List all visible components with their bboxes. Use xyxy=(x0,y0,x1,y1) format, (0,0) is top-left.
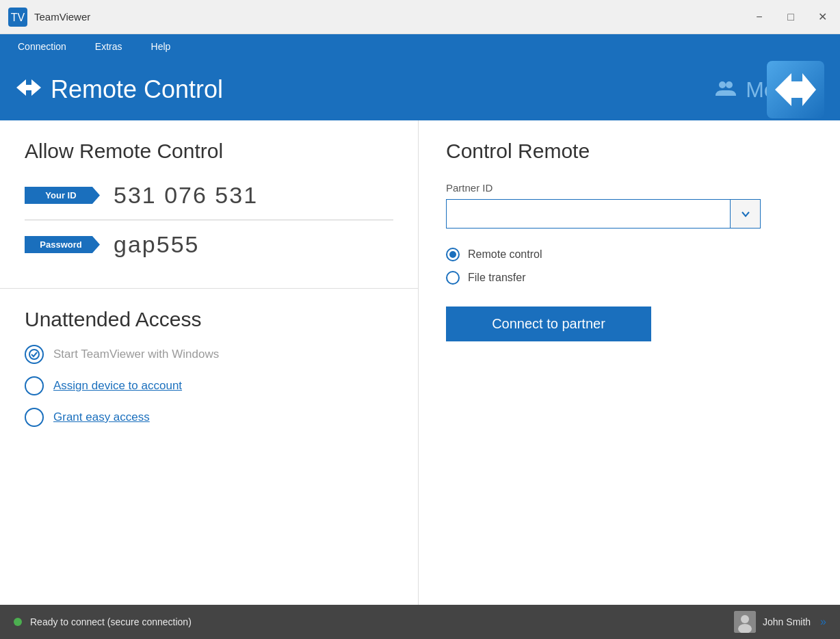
left-panel: Allow Remote Control Your ID 531 076 531… xyxy=(0,120,419,605)
close-button[interactable]: ✕ xyxy=(813,8,832,27)
svg-point-3 xyxy=(719,81,726,88)
partner-id-input-wrap xyxy=(446,199,761,229)
right-panel: Control Remote Partner ID Remote control xyxy=(419,120,840,605)
svg-point-9 xyxy=(741,615,749,623)
app-header: Remote Control Meeting xyxy=(0,59,840,120)
radio-remote-control-label: Remote control xyxy=(468,248,542,261)
statusbar: Ready to connect (secure connection) Joh… xyxy=(0,605,840,639)
radio-remote-control-outer xyxy=(446,248,460,261)
ua-item-grant-text[interactable]: Grant easy access xyxy=(53,410,150,424)
app-title: TeamViewer xyxy=(34,11,750,23)
ua-item-grant-access[interactable]: Grant easy access xyxy=(25,408,393,427)
chevrons-icon: » xyxy=(820,616,826,628)
menu-help[interactable]: Help xyxy=(147,38,175,55)
ua-circle-icon-grant xyxy=(25,408,44,427)
connect-to-partner-button[interactable]: Connect to partner xyxy=(446,307,651,341)
maximize-button[interactable]: □ xyxy=(781,8,800,27)
menu-extras[interactable]: Extras xyxy=(91,38,127,55)
svg-text:TV: TV xyxy=(11,12,25,23)
svg-point-7 xyxy=(29,350,39,359)
your-id-row: Your ID 531 076 531 xyxy=(25,182,393,209)
remote-control-tab[interactable]: Remote Control xyxy=(16,75,687,104)
partner-id-dropdown-btn[interactable] xyxy=(730,200,760,228)
teamviewer-logo-box xyxy=(765,59,826,120)
ua-item-assign-text[interactable]: Assign device to account xyxy=(53,379,182,393)
radio-file-transfer-label: File transfer xyxy=(468,272,525,284)
main-content: Allow Remote Control Your ID 531 076 531… xyxy=(0,120,840,605)
ua-item-assign-device[interactable]: Assign device to account xyxy=(25,376,393,395)
window-controls: − □ ✕ xyxy=(750,8,832,27)
ua-item-start-text: Start TeamViewer with Windows xyxy=(53,348,219,361)
status-text: Ready to connect (secure connection) xyxy=(30,616,734,627)
meeting-icon xyxy=(714,78,737,102)
menu-connection[interactable]: Connection xyxy=(14,38,70,55)
svg-point-4 xyxy=(726,81,733,88)
your-id-value: 531 076 531 xyxy=(114,182,258,209)
ua-title: Unattended Access xyxy=(25,308,393,331)
your-id-badge: Your ID xyxy=(25,187,100,204)
partner-id-input[interactable] xyxy=(447,200,730,228)
radio-remote-control-inner xyxy=(449,251,456,258)
username-label: John Smith xyxy=(763,616,811,627)
radio-file-transfer-outer xyxy=(446,271,460,285)
password-badge: Password xyxy=(25,236,100,253)
arc-title: Allow Remote Control xyxy=(25,140,393,163)
connection-type-group: Remote control File transfer xyxy=(446,248,813,285)
unattended-access-section: Unattended Access Start TeamViewer with … xyxy=(0,289,418,605)
ua-checked-icon xyxy=(25,345,44,364)
remote-control-icon xyxy=(16,78,41,102)
radio-file-transfer[interactable]: File transfer xyxy=(446,271,813,285)
menubar: Connection Extras Help xyxy=(0,34,840,59)
titlebar: TV TeamViewer − □ ✕ xyxy=(0,0,840,34)
allow-remote-control-section: Allow Remote Control Your ID 531 076 531… xyxy=(0,120,418,289)
remote-control-title: Remote Control xyxy=(51,75,223,104)
user-avatar xyxy=(734,611,756,633)
password-value: gap555 xyxy=(114,231,199,258)
control-remote-title: Control Remote xyxy=(446,140,813,163)
svg-marker-2 xyxy=(16,79,41,96)
status-dot xyxy=(14,618,22,626)
ua-circle-icon-assign xyxy=(25,376,44,395)
password-row: Password gap555 xyxy=(25,231,393,258)
status-user: John Smith » xyxy=(734,611,826,633)
app-logo: TV xyxy=(8,8,27,27)
partner-id-label: Partner ID xyxy=(446,182,813,194)
radio-remote-control[interactable]: Remote control xyxy=(446,248,813,261)
arc-divider xyxy=(25,220,393,220)
ua-item-start-teamviewer: Start TeamViewer with Windows xyxy=(25,345,393,364)
minimize-button[interactable]: − xyxy=(750,8,769,27)
